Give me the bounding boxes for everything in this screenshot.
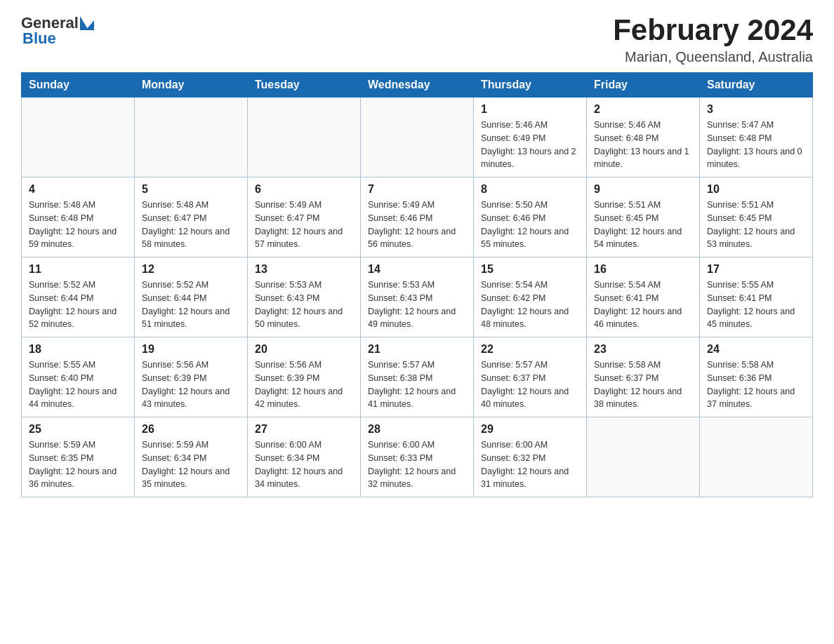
day-info: Sunrise: 5:47 AMSunset: 6:48 PMDaylight:… <box>707 119 805 171</box>
day-info: Sunrise: 5:53 AMSunset: 6:43 PMDaylight:… <box>368 279 466 331</box>
day-info: Sunrise: 5:49 AMSunset: 6:47 PMDaylight:… <box>255 199 353 251</box>
day-info: Sunrise: 5:49 AMSunset: 6:46 PMDaylight:… <box>368 199 466 251</box>
day-number: 29 <box>481 423 579 436</box>
day-number: 9 <box>594 183 692 196</box>
day-number: 6 <box>255 183 353 196</box>
day-number: 1 <box>481 103 579 116</box>
day-number: 20 <box>255 343 353 356</box>
calendar-cell: 26Sunrise: 5:59 AMSunset: 6:34 PMDayligh… <box>135 417 248 497</box>
day-info: Sunrise: 5:46 AMSunset: 6:48 PMDaylight:… <box>594 119 692 171</box>
logo-blue-text: Blue <box>22 29 56 48</box>
calendar-cell: 7Sunrise: 5:49 AMSunset: 6:46 PMDaylight… <box>361 177 474 257</box>
calendar-header-row: SundayMondayTuesdayWednesdayThursdayFrid… <box>22 73 813 98</box>
day-info: Sunrise: 5:56 AMSunset: 6:39 PMDaylight:… <box>142 358 240 411</box>
day-number: 27 <box>255 423 353 436</box>
calendar-cell: 4Sunrise: 5:48 AMSunset: 6:48 PMDaylight… <box>22 177 135 257</box>
calendar-week-row: 25Sunrise: 5:59 AMSunset: 6:35 PMDayligh… <box>22 417 813 497</box>
day-info: Sunrise: 5:52 AMSunset: 6:44 PMDaylight:… <box>142 279 240 331</box>
day-number: 10 <box>707 183 805 196</box>
day-info: Sunrise: 5:48 AMSunset: 6:47 PMDaylight:… <box>142 199 240 251</box>
day-number: 5 <box>142 183 240 196</box>
day-number: 13 <box>255 263 353 276</box>
day-info: Sunrise: 5:55 AMSunset: 6:40 PMDaylight:… <box>29 358 127 411</box>
day-info: Sunrise: 5:59 AMSunset: 6:34 PMDaylight:… <box>142 438 240 491</box>
day-number: 28 <box>368 423 466 436</box>
location-text: Marian, Queensland, Australia <box>613 49 813 65</box>
day-info: Sunrise: 6:00 AMSunset: 6:33 PMDaylight:… <box>368 438 466 491</box>
day-number: 24 <box>707 343 805 356</box>
day-info: Sunrise: 5:46 AMSunset: 6:49 PMDaylight:… <box>481 119 579 171</box>
day-number: 18 <box>29 343 127 356</box>
page-header: General Blue February 2024 Marian, Queen… <box>21 14 813 65</box>
day-info: Sunrise: 5:48 AMSunset: 6:48 PMDaylight:… <box>29 199 127 251</box>
calendar-day-header: Tuesday <box>248 73 361 98</box>
day-number: 14 <box>368 263 466 276</box>
day-info: Sunrise: 5:57 AMSunset: 6:38 PMDaylight:… <box>368 358 466 411</box>
day-number: 8 <box>481 183 579 196</box>
day-number: 21 <box>368 343 466 356</box>
day-number: 4 <box>29 183 127 196</box>
day-number: 7 <box>368 183 466 196</box>
calendar-cell: 17Sunrise: 5:55 AMSunset: 6:41 PMDayligh… <box>700 257 813 337</box>
day-info: Sunrise: 5:53 AMSunset: 6:43 PMDaylight:… <box>255 279 353 331</box>
month-title: February 2024 <box>613 14 813 46</box>
day-number: 25 <box>29 423 127 436</box>
day-number: 19 <box>142 343 240 356</box>
calendar-cell: 18Sunrise: 5:55 AMSunset: 6:40 PMDayligh… <box>22 337 135 417</box>
logo: General Blue <box>21 14 94 48</box>
day-info: Sunrise: 5:56 AMSunset: 6:39 PMDaylight:… <box>255 358 353 411</box>
calendar-table: SundayMondayTuesdayWednesdayThursdayFrid… <box>21 72 813 497</box>
logo-triangle-icon <box>80 16 94 30</box>
calendar-day-header: Wednesday <box>361 73 474 98</box>
day-info: Sunrise: 6:00 AMSunset: 6:32 PMDaylight:… <box>481 438 579 491</box>
day-info: Sunrise: 6:00 AMSunset: 6:34 PMDaylight:… <box>255 438 353 491</box>
calendar-cell: 25Sunrise: 5:59 AMSunset: 6:35 PMDayligh… <box>22 417 135 497</box>
calendar-cell: 20Sunrise: 5:56 AMSunset: 6:39 PMDayligh… <box>248 337 361 417</box>
day-info: Sunrise: 5:59 AMSunset: 6:35 PMDaylight:… <box>29 438 127 491</box>
day-info: Sunrise: 5:51 AMSunset: 6:45 PMDaylight:… <box>707 199 805 251</box>
day-number: 2 <box>594 103 692 116</box>
day-number: 11 <box>29 263 127 276</box>
day-number: 17 <box>707 263 805 276</box>
calendar-cell: 8Sunrise: 5:50 AMSunset: 6:46 PMDaylight… <box>474 177 587 257</box>
calendar-cell: 3Sunrise: 5:47 AMSunset: 6:48 PMDaylight… <box>700 98 813 177</box>
calendar-week-row: 1Sunrise: 5:46 AMSunset: 6:49 PMDaylight… <box>22 98 813 177</box>
calendar-cell: 28Sunrise: 6:00 AMSunset: 6:33 PMDayligh… <box>361 417 474 497</box>
calendar-cell: 11Sunrise: 5:52 AMSunset: 6:44 PMDayligh… <box>22 257 135 337</box>
day-info: Sunrise: 5:50 AMSunset: 6:46 PMDaylight:… <box>481 199 579 251</box>
calendar-cell: 21Sunrise: 5:57 AMSunset: 6:38 PMDayligh… <box>361 337 474 417</box>
day-number: 23 <box>594 343 692 356</box>
day-info: Sunrise: 5:57 AMSunset: 6:37 PMDaylight:… <box>481 358 579 411</box>
day-number: 12 <box>142 263 240 276</box>
calendar-cell <box>587 417 700 497</box>
day-info: Sunrise: 5:52 AMSunset: 6:44 PMDaylight:… <box>29 279 127 331</box>
calendar-cell: 2Sunrise: 5:46 AMSunset: 6:48 PMDaylight… <box>587 98 700 177</box>
calendar-cell: 24Sunrise: 5:58 AMSunset: 6:36 PMDayligh… <box>700 337 813 417</box>
calendar-cell: 13Sunrise: 5:53 AMSunset: 6:43 PMDayligh… <box>248 257 361 337</box>
calendar-cell: 16Sunrise: 5:54 AMSunset: 6:41 PMDayligh… <box>587 257 700 337</box>
calendar-day-header: Saturday <box>700 73 813 98</box>
calendar-day-header: Friday <box>587 73 700 98</box>
calendar-cell: 12Sunrise: 5:52 AMSunset: 6:44 PMDayligh… <box>135 257 248 337</box>
day-info: Sunrise: 5:55 AMSunset: 6:41 PMDaylight:… <box>707 279 805 331</box>
day-number: 15 <box>481 263 579 276</box>
calendar-cell: 14Sunrise: 5:53 AMSunset: 6:43 PMDayligh… <box>361 257 474 337</box>
calendar-cell <box>700 417 813 497</box>
calendar-week-row: 18Sunrise: 5:55 AMSunset: 6:40 PMDayligh… <box>22 337 813 417</box>
calendar-cell <box>248 98 361 177</box>
calendar-cell: 27Sunrise: 6:00 AMSunset: 6:34 PMDayligh… <box>248 417 361 497</box>
day-number: 26 <box>142 423 240 436</box>
calendar-day-header: Sunday <box>22 73 135 98</box>
day-info: Sunrise: 5:51 AMSunset: 6:45 PMDaylight:… <box>594 199 692 251</box>
calendar-day-header: Monday <box>135 73 248 98</box>
calendar-cell <box>22 98 135 177</box>
day-number: 16 <box>594 263 692 276</box>
calendar-cell <box>361 98 474 177</box>
calendar-cell: 29Sunrise: 6:00 AMSunset: 6:32 PMDayligh… <box>474 417 587 497</box>
day-number: 22 <box>481 343 579 356</box>
day-info: Sunrise: 5:54 AMSunset: 6:42 PMDaylight:… <box>481 279 579 331</box>
day-info: Sunrise: 5:58 AMSunset: 6:37 PMDaylight:… <box>594 358 692 411</box>
calendar-cell: 6Sunrise: 5:49 AMSunset: 6:47 PMDaylight… <box>248 177 361 257</box>
calendar-cell: 15Sunrise: 5:54 AMSunset: 6:42 PMDayligh… <box>474 257 587 337</box>
calendar-cell: 22Sunrise: 5:57 AMSunset: 6:37 PMDayligh… <box>474 337 587 417</box>
